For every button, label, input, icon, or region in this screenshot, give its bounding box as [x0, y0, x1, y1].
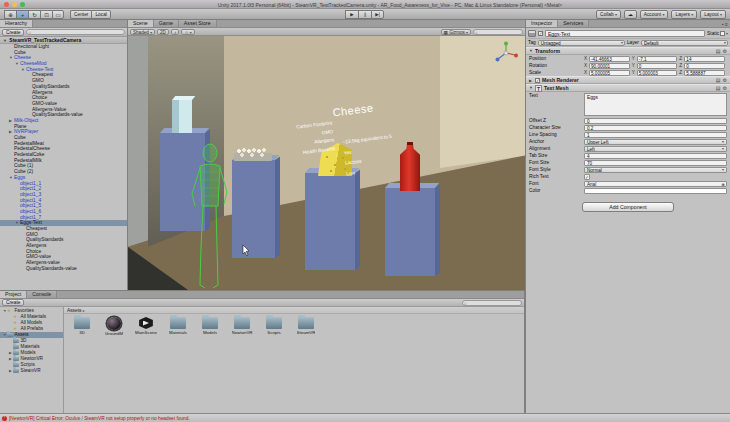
gear-icon[interactable]: ⚙: [723, 77, 727, 83]
field-value[interactable]: Normal: [584, 167, 727, 173]
field-value[interactable]: Upper Left: [584, 139, 727, 145]
effects-dropdown[interactable]: ☼ ▾: [181, 29, 194, 35]
tab-game[interactable]: Game: [154, 20, 179, 27]
hierarchy-create-button[interactable]: Create: [2, 29, 24, 36]
project-asset[interactable]: NewtonVR: [227, 317, 257, 336]
field-value[interactable]: 4: [584, 153, 727, 159]
toggle-2d-button[interactable]: 2D: [157, 29, 169, 35]
transform-component-header[interactable]: ▼ Transform ▤ ⚙: [526, 47, 730, 55]
zoom-window-button[interactable]: [20, 2, 25, 7]
minimize-window-button[interactable]: [12, 2, 17, 7]
gameobject-name-field[interactable]: Eggs-Text: [545, 30, 705, 37]
axis-z-field[interactable]: 0: [684, 63, 725, 69]
cloud-button[interactable]: ☁: [624, 10, 637, 19]
scene-root-row[interactable]: ▼ SteamVR_TestTrackedCamera: [0, 37, 127, 44]
axis-z-field[interactable]: 5.588887: [684, 70, 725, 76]
status-bar[interactable]: ! [NewtonVR] Critical Error: Oculus / St…: [0, 413, 730, 422]
hand-tool[interactable]: ⊕: [4, 10, 16, 19]
scene-search-input[interactable]: ○: [473, 29, 523, 35]
foldout-arrow-icon[interactable]: ▼: [529, 86, 533, 90]
scale-tool[interactable]: ⊡: [40, 10, 52, 19]
shading-mode-dropdown[interactable]: Shaded ▾: [130, 29, 155, 35]
field-value[interactable]: Arial: [584, 181, 727, 187]
breadcrumb[interactable]: Assets ▸: [64, 307, 524, 314]
layer-dropdown[interactable]: Default: [641, 40, 728, 46]
reference-icon[interactable]: ▤: [716, 77, 721, 83]
tab-project[interactable]: Project: [0, 290, 27, 298]
tab-inspector[interactable]: Inspector: [526, 20, 558, 27]
scene-orientation-gizmo[interactable]: [493, 40, 519, 66]
foldout-arrow-icon[interactable]: ▼: [529, 49, 533, 53]
mesh-renderer-component-header[interactable]: ▶ ✓ Mesh Renderer ▤ ⚙: [526, 76, 730, 84]
reference-icon[interactable]: ▤: [716, 85, 721, 91]
layout-dropdown[interactable]: Layout ▾: [700, 10, 726, 19]
hierarchy-search-input[interactable]: ○: [26, 29, 125, 35]
tag-dropdown[interactable]: Untagged: [538, 40, 625, 46]
tab-scene[interactable]: Scene: [128, 20, 154, 27]
foldout-arrow-icon[interactable]: ▼: [3, 38, 7, 43]
project-asset[interactable]: Materials: [163, 317, 193, 336]
field-value[interactable]: [584, 188, 727, 194]
project-asset[interactable]: MainScene: [131, 317, 161, 336]
pedestal-coke[interactable]: [385, 188, 435, 276]
close-window-button[interactable]: [4, 2, 9, 7]
project-asset[interactable]: 3D: [67, 317, 97, 336]
play-button[interactable]: ▶: [345, 10, 358, 19]
project-asset[interactable]: Models: [195, 317, 225, 336]
project-asset[interactable]: SteamVR: [291, 317, 321, 336]
hierarchy-item[interactable]: QualityStandards-value: [0, 266, 127, 272]
field-value[interactable]: 1: [584, 132, 727, 138]
field-value[interactable]: 0.2: [584, 125, 727, 131]
pedestal-cheese[interactable]: [305, 173, 355, 270]
tab-hierarchy[interactable]: Hierarchy: [0, 20, 33, 27]
pivot-center-button[interactable]: Center: [70, 10, 91, 19]
axis-x-field[interactable]: -41.46663: [589, 56, 630, 62]
axis-y-field[interactable]: 0: [637, 63, 678, 69]
static-checkbox[interactable]: [720, 31, 725, 36]
reference-icon[interactable]: ▤: [716, 48, 721, 54]
axis-z-field[interactable]: 14: [684, 56, 725, 62]
field-value[interactable]: 0: [584, 118, 727, 124]
menu-icon[interactable]: ≡: [725, 21, 728, 27]
text-mesh-component-header[interactable]: ▼ T Text Mesh ▤ ⚙: [526, 84, 730, 92]
project-search-input[interactable]: ○: [462, 300, 522, 306]
project-asset[interactable]: Scripts: [259, 317, 289, 336]
rotate-tool[interactable]: ↻: [28, 10, 40, 19]
gear-icon[interactable]: ⚙: [723, 48, 727, 54]
field-value[interactable]: ✓: [584, 174, 590, 180]
foldout-arrow-icon[interactable]: ▶: [529, 78, 533, 83]
audio-toggle-button[interactable]: ♪: [171, 29, 179, 35]
field-value[interactable]: Left: [584, 146, 727, 152]
collab-dropdown[interactable]: Collab ▾: [596, 10, 621, 19]
tab-services[interactable]: Services: [558, 20, 589, 27]
field-value[interactable]: 70: [584, 160, 727, 166]
gizmos-dropdown[interactable]: ▦ Gizmos ▾: [441, 29, 471, 35]
text-field-textarea[interactable]: Eggs: [584, 93, 727, 116]
static-toggle[interactable]: Static ▾: [707, 31, 728, 36]
add-component-button[interactable]: Add Component: [582, 202, 674, 212]
mesh-renderer-enabled-checkbox[interactable]: ✓: [535, 78, 540, 83]
pedestal-eggs[interactable]: [232, 160, 275, 258]
vr-player-avatar[interactable]: [186, 142, 234, 290]
project-tree-item[interactable]: ▶ SteamVR: [0, 368, 63, 374]
pause-button[interactable]: ∥: [358, 10, 371, 19]
tab-asset-store[interactable]: Asset Store: [179, 20, 217, 27]
move-tool[interactable]: +: [16, 10, 28, 19]
active-checkbox[interactable]: ✓: [538, 31, 543, 36]
rect-tool[interactable]: ▭: [52, 10, 64, 19]
milk-carton-model[interactable]: [172, 100, 192, 133]
axis-x-field[interactable]: 5.000005: [589, 70, 630, 76]
account-dropdown[interactable]: Account ▾: [640, 10, 669, 19]
axis-y-field[interactable]: 5.000003: [637, 70, 678, 76]
tab-console[interactable]: Console: [27, 290, 57, 298]
project-asset[interactable]: GroundM: [99, 317, 129, 336]
axis-x-field[interactable]: 90.00001: [589, 63, 630, 69]
lock-icon[interactable]: ▪: [722, 21, 724, 27]
layers-dropdown[interactable]: Layers ▾: [671, 10, 697, 19]
scene-viewport[interactable]: Cheese Carbon FootprintGMOAllergensHealt…: [128, 36, 525, 290]
space-local-button[interactable]: Local: [91, 10, 110, 19]
gear-icon[interactable]: ⚙: [723, 85, 727, 91]
axis-y-field[interactable]: -7.1: [637, 56, 678, 62]
step-button[interactable]: ▶|: [371, 10, 384, 19]
project-create-button[interactable]: Create: [2, 299, 24, 306]
